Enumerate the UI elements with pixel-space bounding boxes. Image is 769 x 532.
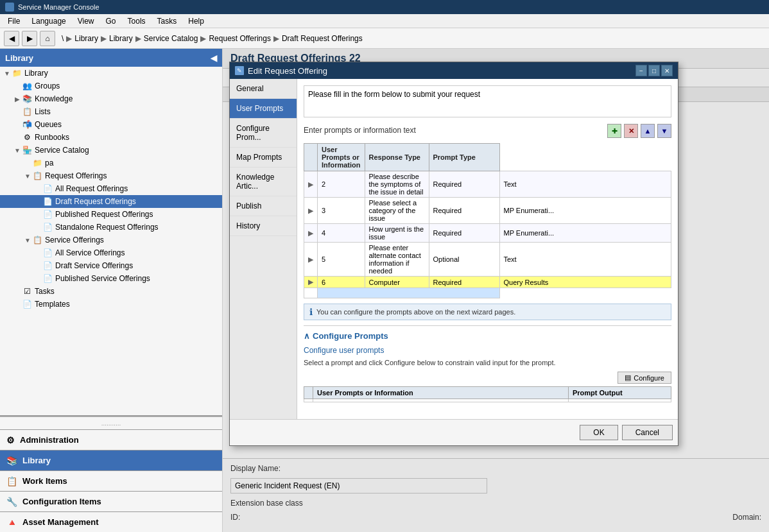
table-row[interactable]: ▶2Please describe the symptoms of the is…	[304, 171, 671, 198]
row-prompt: Please enter alternate contact informati…	[365, 243, 429, 277]
breadcrumb-root[interactable]: \	[62, 34, 64, 43]
dialog-minimize-button[interactable]: −	[635, 65, 647, 76]
nav-item-icon: ⚙	[6, 435, 15, 445]
tree-item-label: Service Catalog	[35, 146, 89, 155]
breadcrumb-5[interactable]: Draft Request Offerings	[282, 34, 363, 43]
tree-item-knowledge[interactable]: ▶📚Knowledge	[0, 92, 222, 105]
ok-button[interactable]: OK	[580, 425, 618, 440]
sidebar-collapse-button[interactable]: ◀	[211, 53, 217, 63]
add-prompt-button[interactable]: ✚	[607, 124, 621, 138]
dialog-controls: − □ ✕	[635, 65, 673, 76]
sidebar-bottom: ........... ⚙Administration📚Library📋Work…	[0, 415, 222, 532]
menu-item-help[interactable]: Help	[183, 15, 209, 27]
dialog-nav-history[interactable]: History	[230, 216, 297, 236]
back-button[interactable]: ◀	[4, 31, 19, 46]
sidebar-tree: ▼📁Library 👥Groups▶📚Knowledge 📋Lists 📬Que…	[0, 67, 222, 415]
tree-item-groups[interactable]: 👥Groups	[0, 80, 222, 92]
breadcrumb-2[interactable]: Library	[109, 34, 133, 43]
breadcrumb-4[interactable]: Request Offerings	[209, 34, 271, 43]
row-prompt-type: MP Enumerati...	[499, 224, 671, 243]
tree-item-templates[interactable]: 📄Templates	[0, 298, 222, 311]
breadcrumb: \ ▶ Library ▶ Library ▶ Service Catalog …	[58, 34, 367, 43]
table-row-empty[interactable]	[304, 288, 671, 298]
row-number: 5	[318, 243, 365, 277]
dialog-nav-user-prompts[interactable]: User Prompts	[230, 99, 297, 119]
table-row[interactable]: ▶3Please select a category of the issueR…	[304, 198, 671, 224]
dialog-nav-general[interactable]: General	[230, 79, 297, 99]
row-prompt: Please describe the symptoms of the issu…	[365, 171, 429, 198]
prompts-section-label: Enter prompts or information text	[304, 126, 416, 135]
tree-item-label: Library	[24, 69, 48, 78]
dialog-body: General User Prompts Configure Prom... M…	[230, 79, 678, 419]
tree-item-all-request-offerings[interactable]: 📄All Request Offerings	[0, 182, 222, 195]
configure-button[interactable]: ▤ Configure	[618, 372, 671, 384]
tree-item-standalone-request-offerings[interactable]: 📄Standalone Request Offerings	[0, 221, 222, 234]
tree-item-tasks[interactable]: ☑Tasks	[0, 285, 222, 298]
tree-item-queues[interactable]: 📬Queues	[0, 118, 222, 131]
tree-expand-icon: ▶	[13, 96, 22, 103]
tree-item-service-offerings[interactable]: ▼📋Service Offerings	[0, 234, 222, 246]
configure-btn-icon: ▤	[625, 373, 631, 382]
dialog-nav-map-prompts[interactable]: Map Prompts	[230, 148, 297, 167]
menu-item-tasks[interactable]: Tasks	[152, 15, 182, 27]
tree-expand-icon: ▼	[3, 70, 12, 77]
tree-item-label: Request Offerings	[45, 171, 107, 180]
tree-item-draft-request-offerings[interactable]: 📄Draft Request Offerings	[0, 195, 222, 208]
nav-item-asset-management[interactable]: 🔺Asset Management	[0, 511, 222, 532]
row-response-type: Optional	[429, 243, 499, 277]
tree-item-lists[interactable]: 📋Lists	[0, 105, 222, 118]
table-row[interactable]	[304, 399, 671, 402]
row-number: 6	[318, 277, 365, 288]
row-response-type: Required	[429, 171, 499, 198]
home-button[interactable]: ⌂	[40, 31, 55, 46]
tree-item-service-catalog[interactable]: ▼🏪Service Catalog	[0, 144, 222, 157]
menu-item-tools[interactable]: Tools	[123, 15, 151, 27]
tree-expand-icon: ▼	[13, 147, 22, 154]
nav-item-library[interactable]: 📚Library	[0, 450, 222, 470]
tree-item-all-service-offerings[interactable]: 📄All Service Offerings	[0, 246, 222, 259]
tree-item-draft-service-offerings[interactable]: 📄Draft Service Offerings	[0, 259, 222, 272]
row-prompt-type: MP Enumerati...	[499, 198, 671, 224]
menu-item-go[interactable]: Go	[101, 15, 121, 27]
nav-item-administration[interactable]: ⚙Administration	[0, 429, 222, 450]
out-col-prompt-output: Prompt Output	[569, 387, 671, 399]
menu-item-view[interactable]: View	[73, 15, 99, 27]
configure-toolbar: ▤ Configure	[304, 372, 671, 384]
tree-item-published-request-offerings[interactable]: 📄Published Request Offerings	[0, 208, 222, 221]
tree-item-library[interactable]: ▼📁Library	[0, 67, 222, 80]
tree-expand-icon: ▼	[23, 173, 32, 180]
breadcrumb-3[interactable]: Service Catalog	[144, 34, 198, 43]
table-row[interactable]: ▶6ComputerRequiredQuery Results	[304, 277, 671, 288]
tree-item-runbooks[interactable]: ⚙Runbooks	[0, 131, 222, 144]
sidebar-header: Library ◀	[0, 49, 222, 67]
tree-item-icon: ☑	[22, 286, 32, 296]
cancel-button[interactable]: Cancel	[622, 425, 673, 440]
move-up-button[interactable]: ▲	[641, 124, 655, 138]
tree-item-request-offerings[interactable]: ▼📋Request Offerings	[0, 169, 222, 182]
dialog-close-button[interactable]: ✕	[661, 65, 673, 76]
remove-prompt-button[interactable]: ✕	[624, 124, 638, 138]
dialog-nav-knowledge-articles[interactable]: Knowledge Artic...	[230, 167, 297, 196]
tree-item-published-service-offerings[interactable]: 📄Published Service Offerings	[0, 272, 222, 285]
dialog-nav-publish[interactable]: Publish	[230, 196, 297, 216]
dialog-main-content: Please fill in the form below to submit …	[297, 79, 678, 419]
row-prompt-type: Query Results	[499, 277, 671, 288]
breadcrumb-1[interactable]: Library	[74, 34, 98, 43]
table-row[interactable]: ▶4How urgent is the issueRequiredMP Enum…	[304, 224, 671, 243]
row-prompt-type: Text	[499, 171, 671, 198]
request-description-text[interactable]: Please fill in the form below to submit …	[304, 85, 671, 117]
configure-section-header[interactable]: ∧ Configure Prompts	[304, 331, 671, 341]
content-area: Draft Request Offerings 22 Title Brief D…	[223, 49, 769, 532]
menu-item-file[interactable]: File	[3, 15, 25, 27]
table-row[interactable]: ▶5Please enter alternate contact informa…	[304, 243, 671, 277]
forward-button[interactable]: ▶	[22, 31, 37, 46]
dialog-nav-configure-prompts[interactable]: Configure Prom...	[230, 119, 297, 148]
menu-item-language[interactable]: Language	[26, 15, 71, 27]
tree-item-label: Templates	[35, 300, 70, 309]
nav-item-configuration-items[interactable]: 🔧Configuration Items	[0, 491, 222, 511]
nav-item-work-items[interactable]: 📋Work Items	[0, 470, 222, 491]
move-down-button[interactable]: ▼	[657, 124, 671, 138]
tree-item-pa[interactable]: 📁pa	[0, 157, 222, 169]
dialog-maximize-button[interactable]: □	[648, 65, 660, 76]
tree-item-label: Published Service Offerings	[55, 274, 150, 283]
